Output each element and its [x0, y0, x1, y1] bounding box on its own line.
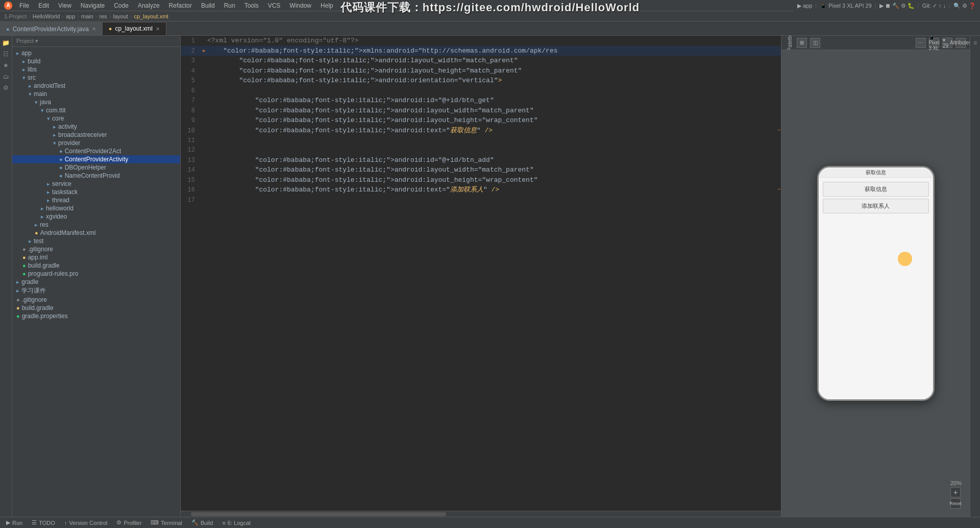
- todo-tool[interactable]: ☰TODO: [28, 518, 59, 527]
- tree-item-gradle[interactable]: ▸gradle: [12, 278, 180, 286]
- zoom-in-btn[interactable]: +: [950, 487, 961, 497]
- structure-icon[interactable]: ☷: [1, 49, 11, 59]
- horizontal-scrollbar[interactable]: [181, 511, 781, 517]
- menu-analyze[interactable]: Analyze: [134, 1, 164, 10]
- code-editor[interactable]: 1<?xml version="1.0" encoding="utf-8"?>2…: [181, 36, 781, 511]
- version-control-tool[interactable]: ↑Version Control: [60, 519, 112, 527]
- device-selector-btn[interactable]: 📱 Pixel 3 XL: [929, 38, 939, 48]
- tree-item-androidtest[interactable]: ▸androidTest: [12, 82, 180, 90]
- file-tree: ▸app▸build▸libs▾src▸androidTest▾main▾jav…: [12, 47, 180, 517]
- breadcrumb-main[interactable]: main: [81, 13, 93, 19]
- tree-item-.gitignore[interactable]: ●.gitignore: [12, 296, 180, 304]
- tree-item-xgvideo[interactable]: ▸xgvideo: [12, 212, 180, 221]
- tree-item-java[interactable]: ▾java: [12, 98, 180, 106]
- tree-item-proguard-rules.pro[interactable]: ●proguard-rules.pro: [12, 270, 180, 278]
- menu-run[interactable]: Run: [220, 1, 239, 10]
- tree-item-gradle.properties[interactable]: ●gradle.properties: [12, 312, 180, 320]
- tree-item-broadcastreceiver[interactable]: ▸broadcastreceiver: [12, 131, 180, 139]
- line-content[interactable]: "color:#bababa;font-style:italic;">andro…: [207, 106, 781, 116]
- menu-navigate[interactable]: Navigate: [77, 1, 109, 10]
- menu-code[interactable]: Code: [110, 1, 133, 10]
- line-content[interactable]: "color:#bababa;font-style:italic;">xmlns…: [207, 46, 781, 56]
- tree-icon: ▸: [47, 189, 50, 196]
- line-content[interactable]: "color:#bababa;font-style:italic;">andro…: [207, 66, 781, 76]
- tab-xml[interactable]: ● cp_layout.xml ✕: [103, 22, 166, 35]
- line-content[interactable]: "color:#bababa;font-style:italic;">andro…: [207, 175, 781, 185]
- tree-icon: ●: [22, 246, 26, 252]
- layout-toggle-btn[interactable]: ⊞: [797, 38, 807, 48]
- tree-item-dbopenhelper[interactable]: ●DBOpenHelper: [12, 163, 180, 172]
- menu-help[interactable]: Help: [316, 1, 337, 10]
- terminal-tool[interactable]: ⌨Terminal: [146, 518, 186, 527]
- build-variants-icon[interactable]: ⚙: [1, 83, 11, 93]
- tree-item-.gitignore[interactable]: ●.gitignore: [12, 245, 180, 253]
- menu-file[interactable]: File: [15, 1, 33, 10]
- tree-item-helloworld[interactable]: ▸helloworld: [12, 204, 180, 212]
- menu-tools[interactable]: Tools: [240, 1, 263, 10]
- menu-refactor[interactable]: Refactor: [165, 1, 196, 10]
- breadcrumb-helloworld[interactable]: HelloWorld: [33, 13, 60, 19]
- build-tool[interactable]: 🔨Build: [187, 518, 217, 527]
- favorites-icon[interactable]: ★: [1, 60, 11, 70]
- tab-java-close[interactable]: ✕: [92, 26, 96, 32]
- line-content[interactable]: "color:#bababa;font-style:italic;">andro…: [207, 155, 781, 165]
- line-content[interactable]: [207, 86, 781, 96]
- tree-item-build.gradle[interactable]: ●build.gradle: [12, 304, 180, 312]
- breadcrumb-res[interactable]: res: [100, 13, 107, 19]
- zoom-reset-btn[interactable]: Reset: [950, 498, 961, 509]
- tree-item-libs[interactable]: ▸libs: [12, 65, 180, 74]
- line-content[interactable]: [207, 145, 781, 155]
- menu-window[interactable]: Window: [285, 1, 315, 10]
- menu-edit[interactable]: Edit: [34, 1, 53, 10]
- tab-java[interactable]: ● ContentProviderActivity.java ✕: [0, 22, 103, 35]
- line-content[interactable]: "color:#bababa;font-style:italic;">andro…: [207, 126, 773, 136]
- tree-item-service[interactable]: ▸service: [12, 180, 180, 188]
- menu-view[interactable]: View: [54, 1, 76, 10]
- attributes-btn[interactable]: Attributes: [955, 38, 966, 48]
- profiler-tool[interactable]: ⚙Profiler: [112, 518, 145, 527]
- tree-item-app[interactable]: ▸app: [12, 49, 180, 57]
- tree-item-src[interactable]: ▾src: [12, 74, 180, 82]
- tree-item-build.gradle[interactable]: ●build.gradle: [12, 261, 180, 270]
- tree-item-res[interactable]: ▸res: [12, 221, 180, 229]
- attributes-edge-icon[interactable]: ≡: [970, 38, 981, 48]
- split-view-btn[interactable]: ◫: [810, 38, 820, 48]
- menu-build[interactable]: Build: [197, 1, 219, 10]
- project-icon[interactable]: 📁: [1, 38, 11, 48]
- tree-item-taskstack[interactable]: ▸taskstack: [12, 188, 180, 196]
- line-content[interactable]: "color:#bababa;font-style:italic;">andro…: [207, 95, 781, 106]
- tab-xml-close[interactable]: ✕: [156, 26, 160, 32]
- line-content[interactable]: "color:#bababa;font-style:italic;">andro…: [207, 56, 781, 66]
- line-content[interactable]: "color:#bababa;font-style:italic;">andro…: [207, 115, 781, 126]
- breadcrumb-file[interactable]: cp_layout.xml: [134, 13, 168, 19]
- line-content[interactable]: [207, 195, 781, 205]
- tree-item-namecontentprovid[interactable]: ●NameContentProvid: [12, 172, 180, 180]
- tree-label: gradle: [21, 278, 38, 285]
- tree-item-main[interactable]: ▾main: [12, 90, 180, 98]
- tree-item-provider[interactable]: ▾provider: [12, 139, 180, 147]
- tree-item-core[interactable]: ▾core: [12, 114, 180, 123]
- tree-item-com.ttit[interactable]: ▾com.ttit: [12, 106, 180, 114]
- view-options-btn[interactable]: ⋯: [916, 38, 926, 48]
- tree-item-学习课件[interactable]: ▸学习课件: [12, 286, 180, 296]
- breadcrumb-layout[interactable]: layout: [113, 13, 128, 19]
- tree-item-build[interactable]: ▸build: [12, 57, 180, 65]
- tree-item-activity[interactable]: ▸activity: [12, 123, 180, 131]
- line-content[interactable]: "color:#bababa;font-style:italic;">andro…: [207, 76, 781, 86]
- tree-item-contentprovideractivity[interactable]: ●ContentProviderActivity: [12, 155, 180, 163]
- run-tool[interactable]: ▶Run: [2, 518, 27, 527]
- line-content[interactable]: "color:#bababa;font-style:italic;">andro…: [207, 185, 773, 195]
- breadcrumb-app[interactable]: app: [66, 13, 75, 19]
- tree-item-androidmanifest.xml[interactable]: ●AndroidManifest.xml: [12, 229, 180, 237]
- line-content[interactable]: <?xml version="1.0" encoding="utf-8"?>: [207, 36, 781, 46]
- menu-vcs[interactable]: VCS: [264, 1, 285, 10]
- resource-manager-icon[interactable]: 🗂: [1, 71, 11, 82]
- tree-item-test[interactable]: ▸test: [12, 237, 180, 245]
- tree-item-app.iml[interactable]: ●app.iml: [12, 253, 180, 261]
- tree-item-contentprovider2act[interactable]: ●ContentProvider2Act: [12, 147, 180, 155]
- line-content[interactable]: "color:#bababa;font-style:italic;">andro…: [207, 165, 781, 175]
- line-number: 13: [181, 155, 201, 165]
- tree-item-thread[interactable]: ▸thread: [12, 196, 180, 204]
- code-line-12: 12: [181, 145, 781, 155]
- logcat-tool[interactable]: ≡6: Logcat: [218, 519, 255, 527]
